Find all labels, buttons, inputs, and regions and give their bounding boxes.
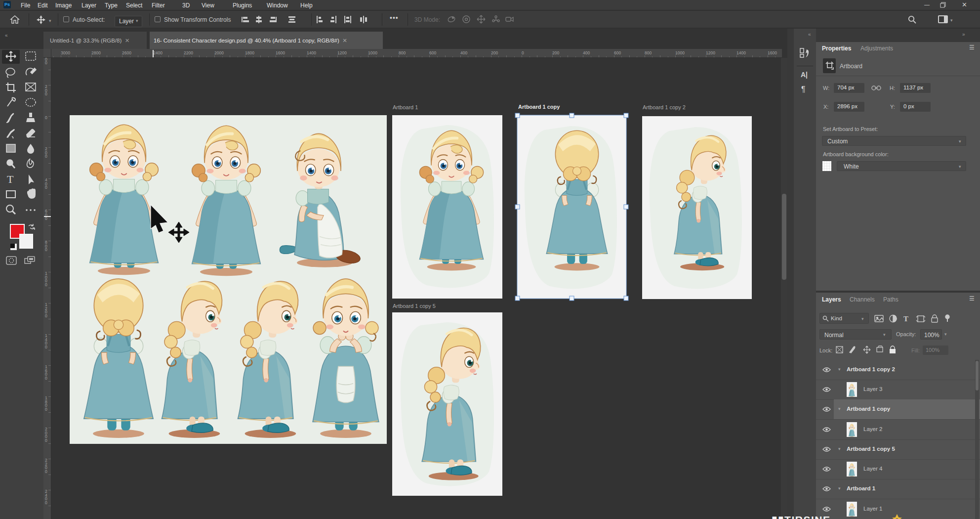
svg-text:T: T bbox=[7, 173, 14, 185]
svg-text:T: T bbox=[903, 315, 908, 323]
